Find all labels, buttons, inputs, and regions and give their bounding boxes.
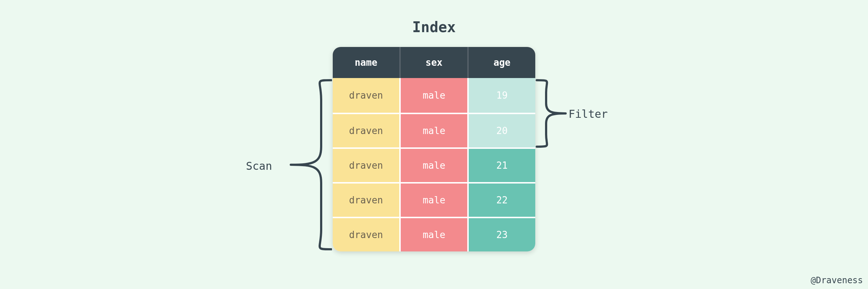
- cell-age: 21: [469, 147, 535, 182]
- cell-sex: male: [401, 147, 469, 182]
- table-row: dravenmale20: [333, 113, 535, 147]
- cell-age: 23: [469, 217, 535, 251]
- cell-name: draven: [333, 113, 401, 147]
- brace-filter-icon: [535, 78, 568, 149]
- table-header-row: name sex age: [333, 47, 535, 78]
- cell-sex: male: [401, 182, 469, 217]
- table-row: dravenmale23: [333, 217, 535, 251]
- index-table: name sex age dravenmale19dravenmale20dra…: [333, 47, 535, 251]
- cell-name: draven: [333, 147, 401, 182]
- col-header-name: name: [333, 47, 401, 78]
- annotation-filter: Filter: [569, 108, 608, 120]
- cell-age: 20: [469, 113, 535, 147]
- cell-name: draven: [333, 217, 401, 251]
- cell-name: draven: [333, 182, 401, 217]
- cell-sex: male: [401, 217, 469, 251]
- cell-sex: male: [401, 78, 469, 113]
- table-row: dravenmale22: [333, 182, 535, 217]
- cell-age: 22: [469, 182, 535, 217]
- col-header-age: age: [469, 47, 535, 78]
- table-row: dravenmale19: [333, 78, 535, 113]
- col-header-sex: sex: [401, 47, 469, 78]
- diagram-canvas: Index name sex age dravenmale19dravenmal…: [0, 0, 868, 289]
- diagram-title: Index: [0, 19, 868, 35]
- brace-scan-icon: [289, 78, 332, 251]
- credit-text: @Draveness: [811, 275, 863, 285]
- annotation-scan: Scan: [246, 160, 272, 172]
- table-row: dravenmale21: [333, 147, 535, 182]
- cell-age: 19: [469, 78, 535, 113]
- cell-name: draven: [333, 78, 401, 113]
- cell-sex: male: [401, 113, 469, 147]
